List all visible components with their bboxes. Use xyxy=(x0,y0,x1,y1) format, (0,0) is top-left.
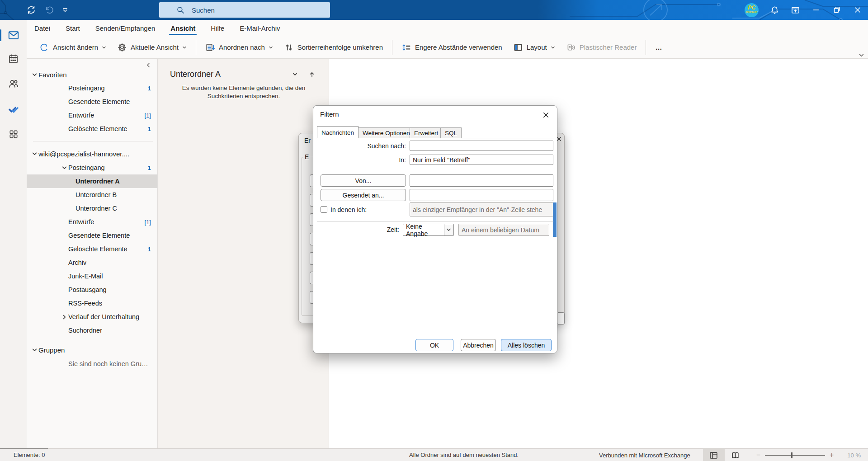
time-combobox[interactable]: Keine Angabe xyxy=(403,224,454,236)
chevron-down-icon xyxy=(30,72,38,77)
zoom-slider-track[interactable] xyxy=(765,455,825,456)
rail-people-icon[interactable] xyxy=(0,75,27,93)
spacing-icon xyxy=(401,42,411,52)
restore-button[interactable] xyxy=(826,0,847,20)
rail-todo-icon[interactable] xyxy=(0,100,27,118)
folder-entwuerfe[interactable]: Entwürfe [1] xyxy=(27,215,157,229)
ribbon-separator xyxy=(392,40,392,55)
accent-strip xyxy=(553,202,557,237)
arrange-by-icon xyxy=(205,42,215,52)
statusbar-segment xyxy=(0,448,48,449)
cancel-button[interactable]: Abbrechen xyxy=(461,339,496,351)
search-input[interactable]: Suchen xyxy=(159,2,330,18)
folder-postausgang[interactable]: Postausgang xyxy=(27,283,157,296)
account-header[interactable]: wiki@pcspezialist-hannover.... xyxy=(27,146,157,161)
folder-geloeschte-fav[interactable]: Gelöschte Elemente 1 xyxy=(27,122,157,136)
combo-dropdown-icon[interactable] xyxy=(444,224,453,235)
rail-mail-icon[interactable] xyxy=(0,26,27,44)
list-pane-title: Unterordner A xyxy=(170,70,221,79)
tighter-spacing-button[interactable]: Engere Abstände verwenden xyxy=(396,39,508,56)
search-icon xyxy=(176,6,185,14)
zoom-level: 10 % xyxy=(847,452,861,459)
layout-view-icon[interactable] xyxy=(703,449,725,461)
list-filter-chevron-icon[interactable] xyxy=(292,71,298,78)
ribbon-display-options-icon[interactable] xyxy=(785,0,806,20)
folder-pane: Favoriten Posteingang 1 Gesendete Elemen… xyxy=(27,59,158,448)
zoom-slider-thumb[interactable] xyxy=(791,452,793,458)
where-i-checkbox[interactable] xyxy=(321,206,327,213)
where-i-label: In denen ich: xyxy=(330,206,367,213)
zoom-out-icon[interactable]: − xyxy=(754,451,763,459)
folder-suchordner[interactable]: Suchordner xyxy=(27,324,157,337)
arrange-by-button[interactable]: Anordnen nach xyxy=(200,39,278,56)
from-button[interactable]: Von... xyxy=(321,174,406,187)
tab-erweitert[interactable]: Erweitert xyxy=(410,127,443,138)
folder-gesendete[interactable]: Gesendete Elemente xyxy=(27,229,157,242)
background-dialog-title-fragment: Er xyxy=(304,137,311,144)
immersive-reader-icon xyxy=(566,42,576,52)
reading-view-icon[interactable] xyxy=(725,449,746,461)
folder-rss-feeds[interactable]: RSS-Feeds xyxy=(27,296,157,310)
folder-verlauf[interactable]: Verlauf der Unterhaltung xyxy=(27,310,157,324)
sent-to-input[interactable] xyxy=(410,189,553,201)
tab-weitere-optionen[interactable]: Weitere Optionen xyxy=(358,127,415,138)
from-input[interactable] xyxy=(410,174,553,187)
folder-gesendete-fav[interactable]: Gesendete Elemente xyxy=(27,95,157,108)
filter-dialog: Filtern Nachrichten Weitere Optionen Erw… xyxy=(313,105,557,353)
folder-posteingang[interactable]: Posteingang 1 xyxy=(27,161,157,174)
tab-nachrichten[interactable]: Nachrichten xyxy=(317,126,359,138)
menu-senden-empfangen[interactable]: Senden/Empfangen xyxy=(88,20,163,36)
folder-geloeschte[interactable]: Gelöschte Elemente 1 xyxy=(27,242,157,256)
change-view-icon xyxy=(39,42,49,52)
reverse-sort-button[interactable]: Sortierreihenfolge umkehren xyxy=(278,39,388,56)
collapse-ribbon-icon[interactable] xyxy=(859,52,864,58)
more-commands-button[interactable]: … xyxy=(650,39,668,56)
menu-email-archiv[interactable]: E-Mail-Archiv xyxy=(232,20,288,36)
layout-button[interactable]: Layout xyxy=(508,39,561,56)
menu-ansicht[interactable]: Ansicht xyxy=(163,20,203,36)
menu-start[interactable]: Start xyxy=(58,20,88,36)
folder-unterordner-a[interactable]: Unterordner A xyxy=(27,174,157,188)
folder-entwuerfe-fav[interactable]: Entwürfe [1] xyxy=(27,108,157,122)
chevron-down-icon xyxy=(60,165,68,170)
rail-calendar-icon[interactable] xyxy=(0,50,27,68)
chevron-down-icon xyxy=(30,151,38,156)
close-button[interactable] xyxy=(847,0,868,20)
folder-posteingang-fav[interactable]: Posteingang 1 xyxy=(27,81,157,95)
in-field-input[interactable]: Nur im Feld "Betreff" xyxy=(410,155,553,165)
folder-junk[interactable]: Junk-E-Mail xyxy=(27,269,157,283)
menu-hilfe[interactable]: Hilfe xyxy=(203,20,232,36)
sort-direction-up-icon[interactable] xyxy=(309,71,315,78)
folder-unterordner-c[interactable]: Unterordner C xyxy=(27,202,157,215)
ok-button[interactable]: OK xyxy=(415,339,453,351)
minimize-button[interactable] xyxy=(806,0,826,20)
time-label: Zeit: xyxy=(313,226,399,233)
rail-apps-icon[interactable] xyxy=(0,125,27,143)
collapse-folder-pane-icon[interactable] xyxy=(146,62,151,68)
title-bar: Suchen PC SPEZIALIST xyxy=(0,0,868,20)
background-dialog-button-sliver-right xyxy=(558,312,565,325)
current-view-button[interactable]: Aktuelle Ansicht xyxy=(112,39,192,56)
folder-unterordner-b[interactable]: Unterordner B xyxy=(27,188,157,202)
zoom-in-icon[interactable]: + xyxy=(827,451,836,459)
clear-all-button[interactable]: Alles löschen xyxy=(501,339,552,351)
folder-pane-gap xyxy=(27,337,157,343)
tab-sql[interactable]: SQL xyxy=(440,127,462,138)
menu-datei[interactable]: Datei xyxy=(27,20,58,36)
groups-header[interactable]: Gruppen xyxy=(27,343,157,357)
folder-archiv[interactable]: Archiv xyxy=(27,256,157,269)
chevron-right-icon xyxy=(60,315,68,320)
change-view-button[interactable]: Ansicht ändern xyxy=(34,39,112,56)
sync-status: Alle Ordner sind auf dem neuesten Stand. xyxy=(409,452,519,458)
notifications-bell-icon[interactable] xyxy=(764,0,785,20)
search-for-input[interactable] xyxy=(410,141,553,151)
dialog-close-icon[interactable] xyxy=(541,110,551,120)
sent-to-button[interactable]: Gesendet an... xyxy=(321,189,406,201)
send-receive-icon[interactable] xyxy=(26,5,36,15)
chevron-down-icon xyxy=(551,45,555,50)
undo-icon[interactable] xyxy=(44,5,54,15)
customize-quick-access-icon[interactable] xyxy=(62,7,68,13)
favorites-header[interactable]: Favoriten xyxy=(27,68,157,81)
empty-folder-message: Es wurden keine Elemente gefunden, die d… xyxy=(165,84,323,100)
sort-arrows-icon xyxy=(284,42,294,52)
